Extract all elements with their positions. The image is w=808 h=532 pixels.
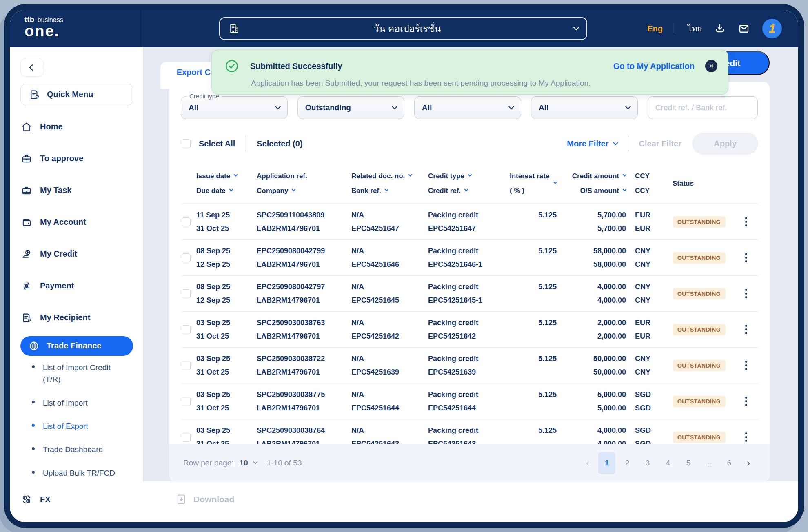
sidebar-item-payment[interactable]: Payment (20, 270, 133, 302)
trade-finance-label: Trade Finance (47, 341, 102, 350)
row-menu-button[interactable] (740, 432, 752, 442)
column-company[interactable]: Company (257, 184, 351, 198)
column-related-doc[interactable]: Related doc. no. (351, 169, 428, 184)
row-per-page-label: Row per page: (183, 459, 234, 468)
row-menu-button[interactable] (740, 289, 752, 298)
bullet-icon (32, 365, 35, 368)
sidebar-collapse-button[interactable] (20, 58, 44, 77)
page-button-3[interactable]: 3 (639, 452, 656, 474)
sidebar-subitem-list-of-export[interactable]: List of Export (20, 415, 133, 438)
status-dropdown[interactable]: Outstanding (297, 96, 404, 119)
toast-close-button[interactable]: ✕ (705, 60, 717, 72)
column-credit-amount[interactable]: Credit amount (557, 169, 626, 184)
column-interest-rate[interactable]: Interest rate ( % ) (510, 169, 557, 198)
page-button-5[interactable]: 5 (680, 452, 697, 474)
chevron-down-icon (573, 24, 579, 30)
sidebar-item-my-task[interactable]: My Task (20, 175, 133, 206)
topbar-divider (143, 10, 143, 47)
divider (246, 136, 246, 151)
column-issue-date[interactable]: Issue date (196, 169, 257, 184)
filter-dropdown-4[interactable]: All (531, 96, 638, 119)
row-checkbox[interactable] (182, 217, 191, 226)
sidebar-item-label: My Task (40, 186, 71, 195)
status-badge: OUTSTANDING (673, 216, 726, 228)
row-checkbox[interactable] (182, 361, 191, 370)
sidebar-item-label: My Credit (40, 249, 77, 259)
table-row[interactable]: 11 Sep 2531 Oct 25 SPC2509110043809LAB2R… (182, 204, 758, 240)
row-menu-button[interactable] (740, 253, 752, 262)
row-checkbox[interactable] (182, 289, 191, 298)
company-selector[interactable]: วัน คอเปอร์เรชั่น (219, 17, 587, 40)
bullet-icon (32, 424, 35, 427)
table-row[interactable]: 03 Sep 2531 Oct 25 SPC2509030038775LAB2R… (182, 383, 758, 419)
chevron-down-icon (625, 104, 631, 109)
page-button-6[interactable]: 6 (721, 452, 738, 474)
next-page-button[interactable]: › (741, 457, 756, 469)
select-all-checkbox[interactable] (182, 139, 191, 148)
sidebar-subitem-list-of-import[interactable]: List of Import (20, 391, 133, 415)
previous-page-button[interactable]: ‹ (580, 457, 595, 469)
status-badge: OUTSTANDING (673, 432, 726, 443)
sidebar-item-to-approve[interactable]: To approve (20, 143, 133, 175)
row-menu-button[interactable] (740, 361, 752, 370)
briefcase-icon (20, 153, 33, 164)
column-credit-type[interactable]: Credit type (428, 169, 510, 184)
sidebar-item-my-recipient[interactable]: My Recipient (20, 302, 133, 334)
status-badge: OUTSTANDING (673, 252, 726, 264)
sidebar-item-my-account[interactable]: My Account (20, 206, 133, 238)
column-os-amount[interactable]: O/S amount (557, 184, 626, 198)
sort-icon (292, 187, 296, 191)
status-badge: OUTSTANDING (673, 360, 726, 371)
row-checkbox[interactable] (182, 325, 191, 334)
more-filter-button[interactable]: More Filter (567, 139, 617, 149)
sidebar-item-label: Home (40, 122, 63, 131)
apply-button[interactable]: Apply (692, 133, 758, 155)
sidebar-subitem-list-of-import-credit[interactable]: List of Import Credit (T/R) (20, 356, 133, 391)
column-bank-ref[interactable]: Bank ref. (351, 184, 428, 198)
language-eng-button[interactable]: Eng (647, 24, 663, 33)
sidebar-subitem-trade-dashboard[interactable]: Trade Dashboard (20, 438, 133, 461)
row-menu-button[interactable] (740, 325, 752, 334)
chevron-down-icon (613, 140, 618, 145)
table-row[interactable]: 08 Sep 2512 Sep 25 EPC2509080042797LAB2R… (182, 276, 758, 312)
go-to-my-application-link[interactable]: Go to My Application (613, 62, 695, 71)
row-per-page-value[interactable]: 10 (240, 459, 248, 468)
page-button-4[interactable]: 4 (659, 452, 677, 474)
language-thai-button[interactable]: ไทย (688, 22, 702, 35)
row-checkbox[interactable] (182, 397, 191, 406)
column-due-date[interactable]: Due date (196, 184, 257, 198)
download-button[interactable]: Download (175, 494, 234, 505)
sidebar-item-fx[interactable]: FX (20, 485, 133, 514)
page-button-2[interactable]: 2 (619, 452, 636, 474)
avatar[interactable]: 1 (762, 19, 782, 38)
avatar-one-glyph: 1 (769, 22, 776, 35)
column-status: Status (673, 176, 740, 191)
table-row[interactable]: 08 Sep 2512 Sep 25 EPC2509080042799LAB2R… (182, 240, 758, 276)
table-row[interactable]: 03 Sep 2531 Oct 25 SPC2509030038763LAB2R… (182, 312, 758, 348)
credit-type-dropdown[interactable]: Credit type All (181, 96, 288, 119)
sidebar-item-trade-finance[interactable]: Trade Finance (20, 336, 133, 356)
page-button-1[interactable]: 1 (598, 452, 615, 474)
column-credit-ref[interactable]: Credit ref. (428, 184, 510, 198)
row-checkbox[interactable] (182, 433, 191, 442)
credit-ref-search-input[interactable] (648, 96, 758, 119)
row-menu-button[interactable] (740, 217, 752, 226)
chevron-down-icon[interactable] (253, 459, 257, 464)
sidebar-item-my-credit[interactable]: My Credit (20, 238, 133, 270)
sidebar-subitem-upload-bulk-tr-fcd[interactable]: Upload Bulk TR/FCD (20, 461, 133, 485)
sidebar-item-home[interactable]: Home (20, 111, 133, 143)
filter-bar: Credit type All Outstanding All All (181, 96, 758, 119)
table-row[interactable]: 03 Sep 2531 Oct 25 SPC2509030038722LAB2R… (182, 348, 758, 383)
download-icon[interactable] (714, 23, 726, 34)
ttb-business-one-logo: ttb business one. (24, 16, 63, 39)
clear-filter-button[interactable]: Clear Filter (639, 139, 681, 149)
sidebar-item-quick-menu[interactable]: Quick Menu (20, 84, 133, 105)
chevron-down-icon (508, 104, 514, 109)
check-circle-icon (224, 58, 240, 74)
recipient-document-heart-icon (20, 312, 33, 324)
mail-icon[interactable] (738, 22, 750, 35)
row-checkbox[interactable] (182, 253, 191, 262)
row-menu-button[interactable] (740, 397, 752, 406)
globe-icon (28, 340, 40, 352)
filter-dropdown-3[interactable]: All (414, 96, 521, 119)
